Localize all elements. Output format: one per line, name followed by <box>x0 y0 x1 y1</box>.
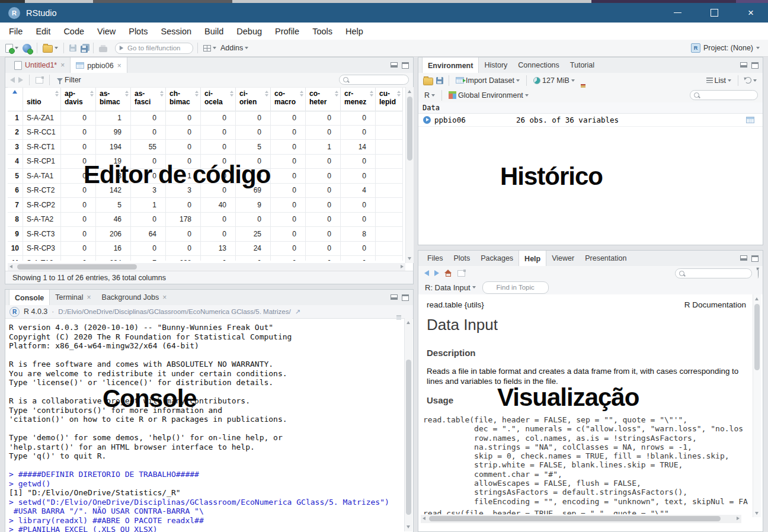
scroll-down-icon[interactable] <box>408 257 411 260</box>
import-dataset-button[interactable]: Import Dataset <box>455 75 521 86</box>
find-in-topic-input[interactable] <box>482 281 549 294</box>
maximize-pane-icon[interactable] <box>751 62 759 69</box>
close-tab-icon[interactable]: × <box>87 293 91 302</box>
menu-item-file[interactable]: File <box>2 27 29 36</box>
help-search-box[interactable] <box>675 268 752 278</box>
goto-file-function-box[interactable] <box>115 43 193 54</box>
column-header-cu-lepid[interactable]: cu-lepid <box>376 88 403 111</box>
scrollbar-thumb[interactable] <box>429 516 721 521</box>
scrollbar-thumb[interactable] <box>17 264 137 270</box>
minimize-pane-icon[interactable] <box>740 62 747 68</box>
column-header-co-macro[interactable]: co-macro <box>271 88 306 111</box>
menu-item-profile[interactable]: Profile <box>268 27 306 36</box>
column-header-ci-ocela[interactable]: ci-ocela <box>201 88 236 111</box>
column-header-ch-bimac[interactable]: ch-bimac <box>166 88 201 111</box>
column-header-as-bimac[interactable]: as-bimac <box>96 88 131 111</box>
scroll-right-icon[interactable] <box>401 265 404 268</box>
topic-selector[interactable]: R: Data Input <box>424 282 477 293</box>
memory-usage-button[interactable]: 127 MiB <box>532 75 576 86</box>
tab-terminal[interactable]: Terminal× <box>50 290 96 305</box>
data-viewer-search-box[interactable] <box>339 75 409 85</box>
tab-plots[interactable]: Plots <box>448 251 475 266</box>
list-view-button[interactable]: List <box>705 75 732 86</box>
menu-item-code[interactable]: Code <box>57 27 91 36</box>
addins-button[interactable]: Addins <box>219 43 249 53</box>
column-header-sitio[interactable]: sitio <box>23 88 61 111</box>
minimize-pane-icon[interactable] <box>391 294 398 300</box>
console-output[interactable]: R version 4.0.3 (2020-10-10) -- "Bunny-W… <box>5 318 404 532</box>
open-file-button[interactable] <box>41 42 59 54</box>
global-environment-selector[interactable]: Global Environment <box>447 90 530 101</box>
tab-tutorial[interactable]: Tutorial <box>565 57 600 73</box>
column-header-co-heter[interactable]: co-heter <box>306 88 341 111</box>
save-button[interactable] <box>68 43 78 53</box>
column-header-ap-davis[interactable]: ap-davis <box>61 88 96 111</box>
console-vertical-scrollbar[interactable] <box>404 318 412 531</box>
tab-environment[interactable]: Environment <box>422 57 479 73</box>
column-header-as-fasci[interactable]: as-fasci <box>131 88 166 111</box>
maximize-pane-icon[interactable] <box>751 255 759 262</box>
load-workspace-icon[interactable] <box>423 78 433 85</box>
menu-item-plots[interactable]: Plots <box>122 27 154 36</box>
home-icon[interactable] <box>444 270 452 277</box>
back-icon[interactable] <box>424 270 429 276</box>
print-button[interactable] <box>98 43 108 53</box>
goto-file-function-input[interactable] <box>126 44 182 52</box>
tab-viewer[interactable]: Viewer <box>546 251 580 266</box>
tab-untitled1[interactable]: Untitled1*× <box>9 57 70 73</box>
scroll-down-icon[interactable] <box>407 525 410 528</box>
minimize-pane-icon[interactable] <box>740 255 747 261</box>
popout-icon[interactable] <box>36 77 43 84</box>
scrollbar-thumb[interactable] <box>754 304 760 370</box>
back-icon[interactable] <box>10 77 15 83</box>
scroll-up-icon[interactable] <box>755 297 759 300</box>
scroll-left-icon[interactable] <box>423 517 425 520</box>
environment-search-box[interactable] <box>690 90 758 100</box>
popout-icon[interactable] <box>457 270 465 277</box>
tab-help[interactable]: Help <box>519 251 546 267</box>
maximize-pane-icon[interactable] <box>402 294 409 301</box>
menu-item-help[interactable]: Help <box>339 27 370 36</box>
tab-background-jobs[interactable]: Background Jobs× <box>97 290 172 305</box>
scrollbar-thumb[interactable] <box>407 97 412 161</box>
scroll-down-icon[interactable] <box>755 512 759 515</box>
scroll-up-icon[interactable] <box>407 321 410 324</box>
menu-item-edit[interactable]: Edit <box>29 27 57 36</box>
tab-packages[interactable]: Packages <box>475 251 519 266</box>
refresh-environment-button[interactable] <box>744 76 758 85</box>
environment-object-row[interactable]: ppbio06 26 obs. of 36 variables <box>418 113 763 127</box>
minimize-pane-icon[interactable] <box>391 62 398 68</box>
expand-object-icon[interactable] <box>423 116 431 124</box>
menu-item-view[interactable]: View <box>91 27 122 36</box>
scroll-up-icon[interactable] <box>408 90 411 93</box>
menu-item-tools[interactable]: Tools <box>306 27 339 36</box>
save-all-button[interactable] <box>79 43 89 54</box>
column-header-cr-menez[interactable]: cr-menez <box>341 88 376 111</box>
filter-button[interactable]: Filter <box>56 75 82 85</box>
view-table-icon[interactable] <box>746 117 754 123</box>
table-horizontal-scrollbar[interactable] <box>8 263 405 271</box>
tab-console[interactable]: Console <box>9 290 50 306</box>
refresh-icon[interactable] <box>757 267 759 278</box>
row-number-header[interactable] <box>8 88 23 111</box>
pane-layout-button[interactable] <box>202 44 217 53</box>
menu-item-build[interactable]: Build <box>198 27 230 36</box>
help-vertical-scrollbar[interactable] <box>753 294 761 517</box>
tab-ppbio06[interactable]: ppbio06× <box>70 57 127 73</box>
project-menu-button[interactable]: Project: (None) <box>690 42 761 54</box>
help-horizontal-scrollbar[interactable] <box>421 515 741 523</box>
tab-connections[interactable]: Connections <box>513 57 565 73</box>
table-vertical-scrollbar[interactable] <box>405 87 414 263</box>
maximize-pane-icon[interactable] <box>402 62 409 69</box>
new-file-button[interactable] <box>4 43 20 54</box>
tab-history[interactable]: History <box>479 57 513 73</box>
language-selector[interactable]: R <box>423 90 436 101</box>
save-workspace-icon[interactable] <box>436 77 443 84</box>
window-close-button[interactable]: × <box>737 3 764 23</box>
forward-icon[interactable] <box>434 270 439 276</box>
window-minimize-button[interactable] <box>664 3 691 23</box>
column-header-ci-orien[interactable]: ci-orien <box>236 88 271 111</box>
tab-files[interactable]: Files <box>422 251 448 266</box>
menu-item-session[interactable]: Session <box>154 27 198 36</box>
close-tab-icon[interactable]: × <box>117 62 121 70</box>
